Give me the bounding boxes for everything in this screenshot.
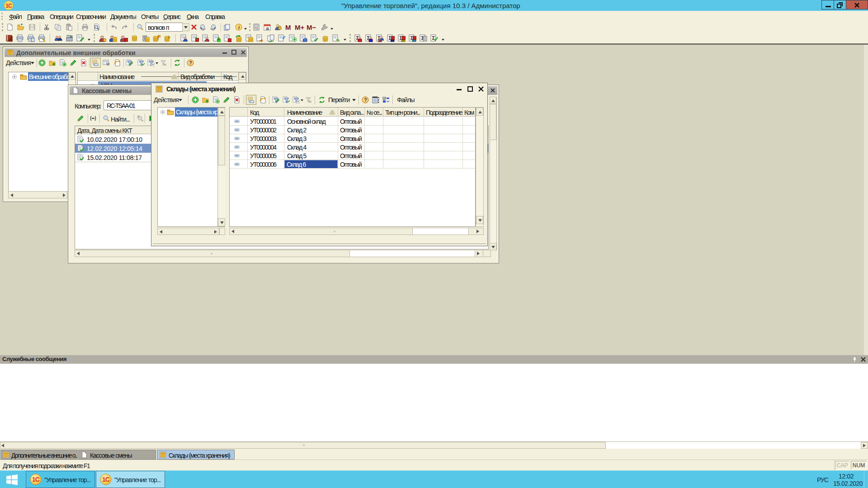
svg-text:%: % — [336, 38, 340, 42]
svg-text:1С: 1С — [102, 476, 110, 483]
svg-text:1С: 1С — [32, 476, 40, 483]
svg-text:1С: 1С — [5, 3, 12, 9]
